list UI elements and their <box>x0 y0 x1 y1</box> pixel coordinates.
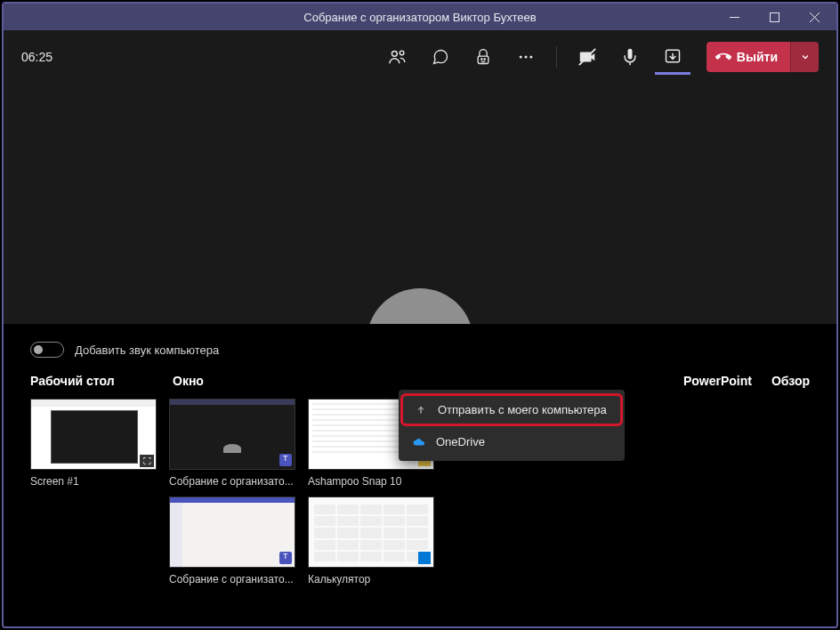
separator <box>556 46 557 68</box>
svg-point-10 <box>524 56 527 59</box>
participants-button[interactable] <box>380 39 416 75</box>
thumb-label: Ashampoo Snap 10 <box>308 475 434 488</box>
more-actions-button[interactable] <box>508 39 544 75</box>
share-tray: Добавить звук компьютера Рабочий стол Ок… <box>4 324 836 628</box>
svg-point-7 <box>481 59 482 60</box>
share-item-calculator[interactable]: Калькулятор <box>308 497 434 586</box>
svg-point-11 <box>529 56 532 59</box>
svg-point-5 <box>400 51 404 55</box>
call-timer: 06:25 <box>21 50 52 64</box>
share-item-screen1[interactable]: ⛶ Screen #1 <box>30 399 157 488</box>
leave-label: Выйти <box>737 50 778 64</box>
menu-upload-from-computer[interactable]: Отправить с моего компьютера <box>400 393 623 426</box>
svg-point-8 <box>484 59 485 60</box>
svg-rect-1 <box>771 12 779 21</box>
include-audio-toggle[interactable] <box>30 342 64 358</box>
title-bar: Собрание с организатором Виктор Бухтеев <box>4 4 836 30</box>
menu-item-label: OneDrive <box>436 435 485 448</box>
header-window: Окно <box>173 374 683 388</box>
microphone-button[interactable] <box>612 39 648 75</box>
window-title: Собрание с организатором Виктор Бухтеев <box>303 11 536 24</box>
browse-popup: Отправить с моего компьютера OneDrive <box>399 390 625 461</box>
meeting-toolbar: 06:25 <box>4 30 836 84</box>
leave-button[interactable]: Выйти <box>707 42 790 72</box>
leave-dropdown-button[interactable] <box>790 42 819 72</box>
camera-button[interactable] <box>569 39 605 75</box>
participant-avatar <box>367 288 473 324</box>
share-item-teams-light[interactable]: Собрание с организато... <box>169 497 295 586</box>
thumb-label: Калькулятор <box>308 573 434 586</box>
include-audio-label: Добавить звук компьютера <box>75 343 219 357</box>
menu-onedrive[interactable]: OneDrive <box>399 426 625 457</box>
thumb-label: Screen #1 <box>30 475 157 488</box>
minimize-button[interactable] <box>715 4 755 30</box>
upload-icon <box>415 404 427 416</box>
chat-button[interactable] <box>423 39 458 75</box>
onedrive-icon <box>413 436 425 448</box>
svg-point-9 <box>520 56 522 59</box>
share-button[interactable] <box>655 39 691 75</box>
header-browse[interactable]: Обзор <box>771 374 810 388</box>
meeting-stage <box>4 84 836 324</box>
thumb-label: Собрание с организато... <box>169 573 295 586</box>
close-button[interactable] <box>795 4 835 30</box>
header-desktop: Рабочий стол <box>30 374 173 388</box>
maximize-button[interactable] <box>755 4 795 30</box>
svg-point-4 <box>392 51 397 56</box>
header-powerpoint[interactable]: PowerPoint <box>683 374 752 388</box>
window-controls <box>715 4 835 30</box>
menu-item-label: Отправить с моего компьютера <box>438 403 607 416</box>
expand-icon: ⛶ <box>140 455 154 467</box>
share-item-teams-dark[interactable]: Собрание с организато... <box>169 399 295 488</box>
thumb-label: Собрание с организато... <box>169 475 295 488</box>
reactions-button[interactable] <box>465 39 501 75</box>
